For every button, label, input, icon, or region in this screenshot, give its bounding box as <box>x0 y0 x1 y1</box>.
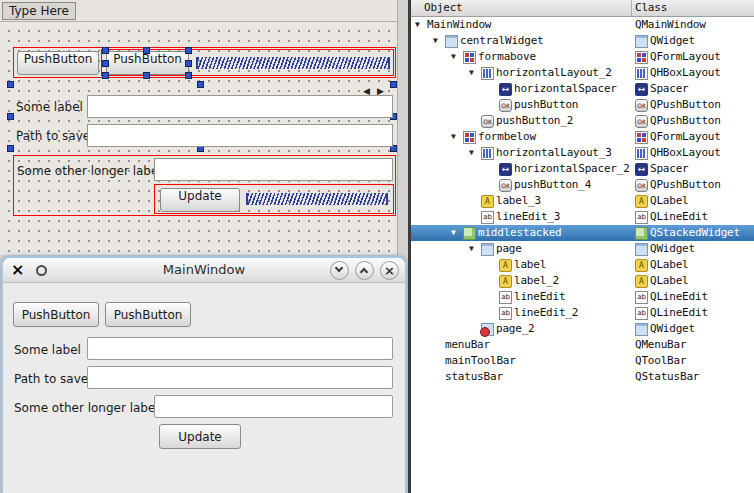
horizontal-spacer-2[interactable] <box>246 193 388 205</box>
preview-pushbutton-2[interactable]: PushButton <box>105 302 191 327</box>
designer-label-path[interactable]: Path to save <box>16 129 90 143</box>
selection-handle[interactable] <box>185 47 192 54</box>
tree-row-horizontalLayout_2[interactable]: horizontalLayout_2QHBoxLayout <box>411 65 754 81</box>
selection-handle[interactable] <box>7 145 14 152</box>
tree-row-horizontalLayout_3[interactable]: horizontalLayout_3QHBoxLayout <box>411 145 754 161</box>
preview-label-some: Some label <box>14 343 81 357</box>
close-button[interactable]: × <box>380 261 399 280</box>
tree-row-mainToolBar[interactable]: mainToolBarQToolBar <box>411 353 754 369</box>
selection-handle[interactable] <box>102 47 109 54</box>
left-pane: Type Here PushButton PushButton <box>0 0 408 493</box>
tree-row-lineEdit_2[interactable]: lineEdit_2QLineEdit <box>411 305 754 321</box>
tree-row-label_3[interactable]: label_3QLabel <box>411 193 754 209</box>
tree-row-middlestacked[interactable]: middlestackedQStackedWidget <box>411 225 754 241</box>
form-editor-canvas[interactable]: Type Here PushButton PushButton <box>0 0 398 255</box>
selection-handle[interactable] <box>197 81 204 88</box>
label-icon <box>499 275 512 288</box>
preview-pushbutton-1[interactable]: PushButton <box>13 302 99 327</box>
tree-row-pushButton_2[interactable]: pushButton_2QPushButton <box>411 113 754 129</box>
expand-arrow-icon[interactable] <box>415 17 427 33</box>
tree-row-lineEdit_3[interactable]: lineEdit_3QLineEdit <box>411 209 754 225</box>
expand-arrow-icon[interactable] <box>451 129 463 145</box>
selection-handle[interactable] <box>185 72 192 79</box>
expand-arrow-icon[interactable] <box>469 65 481 81</box>
tree-row-page[interactable]: pageQWidget <box>411 241 754 257</box>
label-icon <box>481 195 494 208</box>
designer-label-some[interactable]: Some label <box>16 100 83 114</box>
designer-update-button[interactable]: Update <box>160 188 240 212</box>
designer-lineedit-2[interactable] <box>87 124 393 147</box>
lineedit-icon <box>499 291 512 304</box>
selection-handle[interactable] <box>143 47 150 54</box>
tree-row-horizontalSpacer_2[interactable]: horizontalSpacer_2Spacer <box>411 161 754 177</box>
page2-icon <box>481 323 494 336</box>
tree-row-formbelow[interactable]: formbelowQFormLayout <box>411 129 754 145</box>
selection-handle[interactable] <box>143 72 150 79</box>
tree-row-statusBar[interactable]: statusBarQStatusBar <box>411 369 754 385</box>
class-name: QLabel <box>650 257 689 273</box>
designer-lineedit[interactable] <box>87 95 393 118</box>
tree-header: Object Class <box>411 0 754 17</box>
maximize-button[interactable] <box>355 261 374 280</box>
tree-row-MainWindow[interactable]: MainWindowQMainWindow <box>411 17 754 33</box>
class-name: QPushButton <box>650 177 721 193</box>
selection-handle[interactable] <box>390 81 397 88</box>
tree-row-pushButton[interactable]: pushButtonQPushButton <box>411 97 754 113</box>
preview-window: × MainWindow × PushButton PushButton Som… <box>1 256 407 493</box>
tree-row-label_2[interactable]: label_2QLabel <box>411 273 754 289</box>
lineedit-icon <box>481 211 494 224</box>
label-icon <box>635 259 648 272</box>
preview-lineedit[interactable] <box>87 337 393 360</box>
label-icon <box>635 195 648 208</box>
class-name: QToolBar <box>635 353 686 369</box>
minimize-button[interactable] <box>330 261 349 280</box>
selection-handle[interactable] <box>185 60 192 67</box>
class-name: QMenuBar <box>635 337 686 353</box>
designer-lineedit-3[interactable] <box>154 158 393 181</box>
designer-pushbutton-2[interactable]: PushButton <box>17 51 99 75</box>
selection-handle[interactable] <box>102 72 109 79</box>
preview-update-button[interactable]: Update <box>159 424 241 449</box>
tree-row-page_2[interactable]: page_2QWidget <box>411 321 754 337</box>
designer-label-3[interactable]: Some other longer label <box>17 164 162 178</box>
class-name: QLineEdit <box>650 209 708 225</box>
widget-icon <box>635 243 648 256</box>
class-name: QLabel <box>650 273 689 289</box>
selection-handle[interactable] <box>7 81 14 88</box>
tree-row-horizontalSpacer[interactable]: horizontalSpacerSpacer <box>411 81 754 97</box>
lineedit-icon <box>635 211 648 224</box>
expand-arrow-icon[interactable] <box>433 33 445 49</box>
preview-lineedit-3[interactable] <box>154 395 393 418</box>
class-name: QPushButton <box>650 113 721 129</box>
column-header-object[interactable]: Object <box>411 0 632 16</box>
object-name: pushButton_2 <box>496 113 573 129</box>
selection-handle[interactable] <box>102 60 109 67</box>
preview-titlebar[interactable]: × MainWindow × <box>3 258 405 283</box>
tree-row-menuBar[interactable]: menuBarQMenuBar <box>411 337 754 353</box>
preview-content: PushButton PushButton Some label Path to… <box>3 283 405 493</box>
button-icon <box>499 99 512 112</box>
chevron-up-icon <box>360 268 368 276</box>
tree-row-label[interactable]: labelQLabel <box>411 257 754 273</box>
expand-arrow-icon[interactable] <box>451 49 463 65</box>
horizontal-spacer[interactable] <box>196 57 390 69</box>
tree-row-centralWidget[interactable]: centralWidgetQWidget <box>411 33 754 49</box>
form-icon <box>635 131 648 144</box>
tree-row-pushButton_4[interactable]: pushButton_4QPushButton <box>411 177 754 193</box>
expand-arrow-icon[interactable] <box>469 145 481 161</box>
preview-label-other: Some other longer label <box>14 401 159 415</box>
selection-handle[interactable] <box>7 113 14 120</box>
class-name: QPushButton <box>650 97 721 113</box>
menu-type-here[interactable]: Type Here <box>2 2 76 20</box>
expand-arrow-icon[interactable] <box>469 241 481 257</box>
expand-arrow-icon[interactable] <box>451 225 463 241</box>
spacer-icon <box>499 83 512 96</box>
object-name: menuBar <box>445 337 490 353</box>
hbox-icon <box>635 67 648 80</box>
preview-lineedit-2[interactable] <box>87 366 393 389</box>
tree-row-formabove[interactable]: formaboveQFormLayout <box>411 49 754 65</box>
column-header-class[interactable]: Class <box>632 0 754 16</box>
hbox-icon <box>481 67 494 80</box>
tree-row-lineEdit[interactable]: lineEditQLineEdit <box>411 289 754 305</box>
class-name: QWidget <box>650 33 695 49</box>
